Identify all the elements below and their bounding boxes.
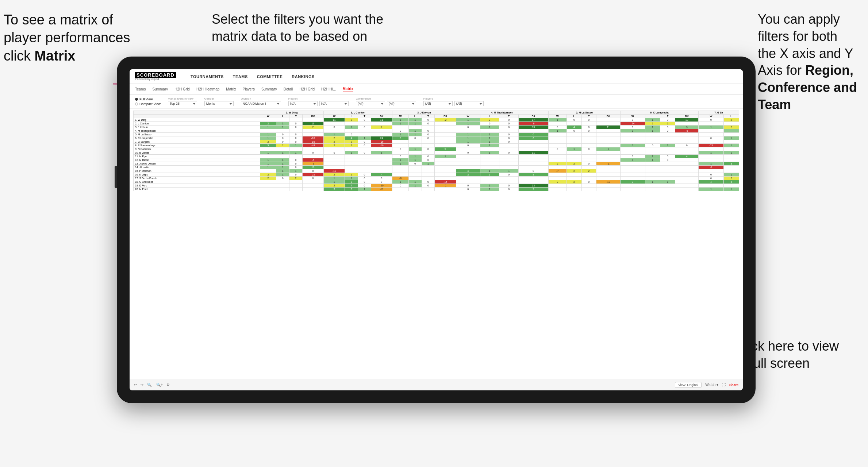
- matrix-cell: 3: [392, 136, 409, 140]
- share-button[interactable]: Share: [729, 383, 738, 387]
- conference-select-y[interactable]: (All): [387, 101, 416, 106]
- table-row: 16. K Vilips210-252204330801: [134, 173, 739, 177]
- matrix-cell: 16: [302, 122, 323, 126]
- matrix-cell: 0: [660, 129, 675, 133]
- matrix-cell: [302, 180, 323, 184]
- matrix-cell: [596, 166, 621, 169]
- matrix-cell: 0: [581, 180, 596, 184]
- max-players-select[interactable]: Top 25: [168, 101, 197, 106]
- matrix-cell: [392, 188, 409, 191]
- view-original-button[interactable]: View: Original: [675, 382, 702, 388]
- matrix-cell: 2: [302, 126, 323, 129]
- zoom-out-button[interactable]: 🔍-: [147, 383, 153, 387]
- matrix-cell: [371, 158, 392, 162]
- matrix-cell: [289, 184, 303, 188]
- matrix-cell: [456, 162, 480, 166]
- matrix-cell: [499, 177, 519, 180]
- matrix-cell: [392, 173, 409, 177]
- fullscreen-button[interactable]: ⛶: [722, 383, 726, 387]
- matrix-cell: 0: [422, 136, 435, 140]
- subnav-h2h-heatmap[interactable]: H2H Heatmap: [196, 86, 219, 92]
- subnav-summary[interactable]: Summary: [152, 86, 168, 92]
- filter-gender: Gender Men's: [204, 97, 234, 106]
- matrix-cell: 1: [699, 151, 724, 155]
- undo-button[interactable]: ↩: [134, 383, 137, 387]
- matrix-cell: [621, 188, 645, 191]
- matrix-cell: [408, 166, 422, 169]
- matrix-cell: [645, 151, 660, 155]
- conference-select-x[interactable]: (All): [356, 101, 385, 106]
- subnav-detail[interactable]: Detail: [284, 86, 293, 92]
- matrix-cell: [519, 166, 549, 169]
- subnav-matrix2[interactable]: Matrix: [343, 86, 353, 92]
- region-select-x[interactable]: N/A: [288, 101, 318, 106]
- zoom-in-button[interactable]: 🔍+: [156, 383, 163, 387]
- subnav-h2h-grid[interactable]: H2H Grid: [174, 86, 190, 92]
- matrix-cell: [456, 155, 480, 158]
- matrix-cell: [302, 147, 323, 151]
- matrix-cell: [289, 118, 303, 122]
- matrix-cell: [435, 162, 456, 166]
- matrix-cell: -20: [371, 184, 392, 188]
- matrix-scroll[interactable]: 1. W Ding 2. L Clanton 3. J Koivun 4. M …: [130, 109, 743, 379]
- matrix-cell: [408, 126, 422, 129]
- matrix-cell: [345, 147, 358, 151]
- matrix-cell: [392, 144, 409, 147]
- matrix-cell: [548, 133, 567, 136]
- subnav-matrix[interactable]: Matrix: [226, 86, 236, 92]
- region-select-y[interactable]: N/A: [319, 101, 349, 106]
- corner-header: [134, 111, 260, 115]
- subnav-h2h-hi[interactable]: H2H Hi...: [321, 86, 336, 92]
- matrix-cell: [621, 136, 645, 140]
- matrix-cell: 0: [581, 147, 596, 151]
- matrix-cell: 0: [289, 158, 303, 162]
- division-select[interactable]: NCAA Division I: [241, 101, 281, 106]
- nav-tournaments[interactable]: TOURNAMENTS: [191, 74, 224, 79]
- matrix-cell: 1: [699, 188, 724, 191]
- subnav-summary2[interactable]: Summary: [261, 86, 277, 92]
- view-compact[interactable]: Compact View: [135, 102, 161, 106]
- matrix-cell: 1: [480, 136, 499, 140]
- table-row: 3. J Koivun110201020101304011010312: [134, 126, 739, 129]
- matrix-cell: [660, 177, 675, 180]
- player-name-cell: 14. J Lundin: [134, 166, 260, 169]
- matrix-cell: [358, 155, 371, 158]
- settings-button[interactable]: ⚙: [166, 383, 170, 387]
- view-full[interactable]: Full View: [135, 97, 161, 101]
- players-select-y[interactable]: (All): [454, 101, 484, 106]
- matrix-cell: 0: [645, 144, 660, 147]
- subnav-players[interactable]: Players: [243, 86, 255, 92]
- nav-teams[interactable]: TEAMS: [233, 74, 248, 79]
- matrix-cell: [260, 169, 276, 173]
- matrix-cell: [499, 147, 519, 151]
- matrix-cell: 2: [723, 126, 739, 129]
- matrix-cell: [422, 144, 435, 147]
- nav-rankings[interactable]: RANKINGS: [292, 74, 315, 79]
- matrix-cell: [358, 169, 371, 173]
- matrix-cell: 1: [408, 118, 422, 122]
- watch-button[interactable]: Watch ▾: [705, 383, 718, 387]
- matrix-cell: [596, 136, 621, 140]
- redo-button[interactable]: ↪: [141, 383, 143, 387]
- matrix-cell: 0: [499, 188, 519, 191]
- matrix-cell: 0: [422, 122, 435, 126]
- matrix-table: 1. W Ding 2. L Clanton 3. J Koivun 4. M …: [133, 111, 739, 191]
- matrix-cell: [345, 122, 358, 126]
- matrix-cell: 1: [324, 133, 345, 136]
- matrix-cell: 5: [260, 144, 276, 147]
- matrix-cell: -8: [392, 177, 409, 180]
- matrix-cell: [480, 147, 499, 151]
- subnav-h2h-grid2[interactable]: H2H Grid: [299, 86, 315, 92]
- gender-select[interactable]: Men's: [204, 101, 234, 106]
- players-select-x[interactable]: (All): [423, 101, 453, 106]
- matrix-cell: [276, 188, 289, 191]
- subnav-teams[interactable]: Teams: [135, 86, 146, 92]
- nav-committee[interactable]: COMMITTEE: [257, 74, 283, 79]
- matrix-cell: [276, 147, 289, 151]
- matrix-cell: 0: [422, 133, 435, 136]
- table-row: 2. L Clanton21016110100-6-2422: [134, 122, 739, 126]
- matrix-cell: 1: [660, 144, 675, 147]
- matrix-cell: [567, 136, 581, 140]
- matrix-cell: 1: [276, 166, 289, 169]
- matrix-cell: [371, 133, 392, 136]
